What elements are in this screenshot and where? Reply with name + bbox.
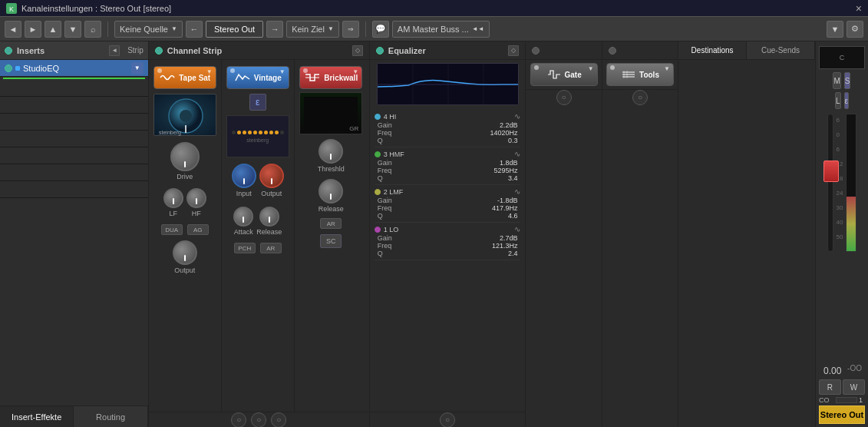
eq-band-4hi-q: Q 0.3: [375, 137, 521, 144]
inserts-menu-btn[interactable]: ◄: [109, 45, 120, 56]
eq-band-2lmf-power[interactable]: [375, 189, 381, 195]
up-button[interactable]: ▲: [45, 21, 61, 38]
insert-slot-6[interactable]: [0, 147, 148, 164]
output-knob-tape[interactable]: [173, 240, 197, 265]
release-knob-brick[interactable]: [318, 179, 343, 204]
arrow-right-button[interactable]: →: [266, 21, 283, 38]
more-options-button[interactable]: ▼: [827, 21, 843, 38]
vintage-btn[interactable]: Vintage ▼: [226, 66, 289, 89]
channel-strip-menu[interactable]: ◇: [352, 45, 363, 56]
eq-band-3hmf-power[interactable]: [375, 151, 381, 157]
ar-btn-vintage[interactable]: AR: [260, 243, 282, 253]
brickwall-btn[interactable]: Brickwall ▼: [299, 66, 362, 89]
fader-thumb[interactable]: [823, 161, 839, 182]
insert-slot-7[interactable]: [0, 164, 148, 181]
tools-bottom-btn[interactable]: ○: [632, 90, 648, 105]
eq-band-1lo-gain: Gain 2.7dB: [375, 234, 521, 242]
r-btn[interactable]: R: [819, 379, 841, 395]
chat-button[interactable]: 💬: [372, 21, 389, 38]
w-btn[interactable]: W: [843, 379, 865, 395]
drive-knob[interactable]: [170, 142, 200, 171]
tools-power[interactable]: [609, 47, 616, 55]
attack-knob[interactable]: [233, 207, 253, 227]
sc-btn[interactable]: SC: [320, 234, 342, 248]
am-master-dropdown[interactable]: AM Master Buss ... ◄◄: [392, 21, 490, 38]
eq-band-2lmf-name: 2 LMF: [384, 188, 512, 196]
ar-btn-brick[interactable]: AR: [320, 218, 342, 229]
m-btn[interactable]: M: [833, 72, 840, 89]
eq-band-1lo-power[interactable]: [375, 227, 381, 233]
fader-track[interactable]: [827, 114, 833, 252]
hf-knob[interactable]: [186, 188, 206, 208]
tab-cue-sends[interactable]: Cue-Sends: [747, 41, 815, 59]
channel-strip-power[interactable]: [155, 47, 163, 55]
eq-gain-val-2lmf: -1.8dB: [497, 197, 518, 204]
no-source-dropdown[interactable]: Keine Quelle ▼: [114, 21, 183, 38]
gate-btn[interactable]: Gate ▼: [530, 63, 598, 86]
close-button[interactable]: ×: [856, 2, 862, 15]
tab-destinations[interactable]: Destinations: [678, 41, 747, 59]
eq-gain-label-3hmf: Gain: [378, 159, 392, 167]
insert-item-studioeq[interactable]: StudioEQ ▼: [0, 60, 148, 77]
eq-power[interactable]: [376, 47, 384, 55]
pch-btn[interactable]: PCH: [234, 243, 256, 253]
forward-button[interactable]: ►: [25, 21, 41, 38]
stereo-out-button[interactable]: Stereo Out: [206, 21, 263, 38]
eq-bottom-btn-1[interactable]: ○: [440, 412, 455, 428]
bottom-tabs: Insert-Effekte Routing: [0, 405, 148, 427]
insert-slot-3[interactable]: [0, 97, 148, 114]
insert-slot-5[interactable]: [0, 131, 148, 147]
inserts-title: Inserts: [17, 46, 45, 55]
gate-power[interactable]: [532, 47, 540, 55]
cs-bottom-btn-2[interactable]: ○: [251, 412, 266, 428]
output-knob-vintage[interactable]: [259, 164, 284, 188]
l-btn[interactable]: L: [835, 92, 841, 109]
no-source-label: Keine Quelle: [120, 25, 168, 34]
dua-btn[interactable]: DUA: [161, 224, 183, 235]
dua-ag-row: DUA AG: [160, 223, 210, 236]
down-button[interactable]: ▼: [64, 21, 81, 38]
mark-40: 40: [837, 219, 843, 226]
tab-insert-effekte[interactable]: Insert-Effekte: [0, 406, 74, 427]
tools-btn[interactable]: Tools ▼: [606, 63, 674, 86]
lf-indicator: [173, 198, 174, 204]
insert-power-studioeq[interactable]: [5, 65, 12, 72]
arrow-left-button[interactable]: ←: [186, 21, 203, 38]
input-knob[interactable]: [232, 164, 256, 188]
cs-bottom-btn-1[interactable]: ○: [231, 412, 246, 428]
epsilon-btn[interactable]: ε: [249, 94, 266, 111]
ms-row: M S: [833, 72, 850, 89]
eq-band-3hmf-wave: ∿: [514, 150, 520, 158]
insert-slot-8[interactable]: [0, 181, 148, 198]
le-row: L ε: [835, 92, 849, 109]
inserts-power[interactable]: [5, 47, 12, 55]
gate-btn-power: [534, 65, 539, 70]
insert-slot-4[interactable]: [0, 114, 148, 131]
gate-bottom-btn[interactable]: ○: [556, 90, 572, 105]
search-button[interactable]: ⌕: [84, 21, 101, 38]
threshld-knob[interactable]: [318, 139, 343, 164]
double-arrow-button[interactable]: ⇒: [342, 21, 359, 38]
e-btn[interactable]: ε: [844, 92, 849, 109]
eq-bottom: ○: [370, 412, 526, 427]
insert-expand-studioeq[interactable]: ▼: [131, 62, 144, 74]
s-btn[interactable]: S: [844, 72, 851, 89]
lf-knob[interactable]: [163, 188, 183, 208]
no-target-dropdown[interactable]: Kein Ziel ▼: [286, 21, 339, 38]
settings-button[interactable]: ⚙: [847, 21, 863, 38]
tape-sat-btn[interactable]: Tape Sat ▼: [153, 66, 216, 89]
cs-bottom-btn-3[interactable]: ○: [271, 412, 286, 428]
eq-band-4hi-power[interactable]: [375, 114, 381, 120]
eq-gain-label-1lo: Gain: [378, 234, 392, 242]
stereo-out-display[interactable]: Stereo Out: [819, 405, 865, 424]
insert-slot-2[interactable]: [0, 80, 148, 97]
eq-gain-label-4hi: Gain: [378, 121, 392, 129]
back-button[interactable]: ◄: [5, 21, 21, 38]
eq-menu[interactable]: ◇: [508, 45, 519, 56]
release-knob-vintage[interactable]: [259, 207, 279, 227]
tab-routing[interactable]: Routing: [74, 406, 147, 427]
am-master-label: AM Master Buss ...: [398, 25, 469, 34]
ag-btn[interactable]: AG: [187, 224, 209, 235]
eq-q-val-2lmf: 4.6: [508, 212, 518, 220]
rw-row: R W: [819, 379, 865, 395]
